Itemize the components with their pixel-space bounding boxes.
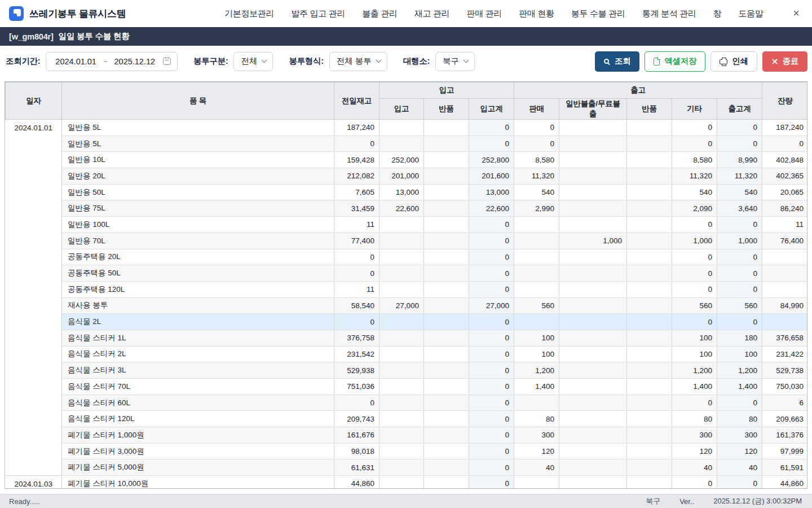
cell-value[interactable]	[379, 427, 424, 444]
cell-value[interactable]	[424, 476, 469, 489]
cell-value[interactable]: 58,540	[334, 297, 379, 314]
cell-date[interactable]	[6, 459, 62, 476]
table-row[interactable]: 공동주택용 50L0000	[6, 265, 808, 282]
cell-value[interactable]	[559, 120, 627, 136]
cell-value[interactable]: 1,200	[717, 362, 762, 379]
cell-value[interactable]: 86,240	[762, 200, 808, 217]
calendar-icon[interactable]	[163, 58, 171, 65]
cell-item[interactable]: 폐기물 스티커 10,000원	[62, 476, 334, 489]
cell-value[interactable]	[424, 459, 469, 476]
cell-value[interactable]: 402,365	[762, 168, 808, 185]
cell-value[interactable]: 44,860	[762, 476, 808, 489]
cell-value[interactable]	[627, 379, 672, 395]
cell-value[interactable]: 76,400	[762, 233, 808, 249]
cell-item[interactable]: 음식물 스티커 60L	[62, 395, 334, 411]
cell-item[interactable]: 음식물 스티커 3L	[62, 362, 334, 379]
cell-value[interactable]	[559, 297, 627, 314]
cell-date[interactable]	[6, 135, 62, 152]
cell-value[interactable]: 187,240	[334, 120, 379, 136]
cell-date[interactable]	[6, 217, 62, 233]
cell-value[interactable]	[424, 217, 469, 233]
cell-value[interactable]: 540	[514, 184, 559, 200]
cell-value[interactable]	[379, 120, 424, 136]
cell-value[interactable]: 540	[717, 184, 762, 200]
cell-value[interactable]: 529,938	[334, 362, 379, 379]
cell-value[interactable]	[379, 362, 424, 379]
cell-value[interactable]: 1,400	[717, 379, 762, 395]
excel-save-button[interactable]: 엑셀저장	[645, 51, 705, 72]
cell-item[interactable]: 공동주택용 120L	[62, 281, 334, 297]
cell-value[interactable]: 540	[672, 184, 717, 200]
cell-value[interactable]: 0	[717, 217, 762, 233]
cell-value[interactable]	[424, 330, 469, 346]
cell-value[interactable]	[379, 249, 424, 265]
cell-item[interactable]: 공동주택용 20L	[62, 249, 334, 265]
cell-value[interactable]: 13,000	[379, 184, 424, 200]
table-row[interactable]: 일반용 50L7,60513,00013,00054054054020,065	[6, 184, 808, 200]
cell-value[interactable]	[514, 395, 559, 411]
cell-date[interactable]	[6, 265, 62, 282]
cell-value[interactable]	[559, 281, 627, 297]
cell-value[interactable]	[514, 233, 559, 249]
cell-value[interactable]	[424, 297, 469, 314]
cell-item[interactable]: 음식물 2L	[62, 314, 334, 330]
cell-item[interactable]: 음식물 스티커 70L	[62, 379, 334, 395]
cell-value[interactable]: 120	[514, 443, 559, 459]
cell-value[interactable]	[627, 249, 672, 265]
cell-value[interactable]	[559, 314, 627, 330]
cell-value[interactable]: 3,640	[717, 200, 762, 217]
cell-date[interactable]	[6, 395, 62, 411]
menu-item-3[interactable]: 불출 관리	[362, 8, 398, 19]
cell-value[interactable]	[559, 184, 627, 200]
cell-value[interactable]: 252,000	[379, 152, 424, 168]
cell-value[interactable]: 402,848	[762, 152, 808, 168]
print-button[interactable]: 인쇄	[710, 51, 757, 72]
cell-item[interactable]: 폐기물 스티커 3,000원	[62, 443, 334, 459]
cell-value[interactable]	[379, 314, 424, 330]
cell-value[interactable]	[379, 395, 424, 411]
table-row[interactable]: 2024.01.01일반용 5L187,2400000187,240	[6, 120, 808, 136]
cell-value[interactable]: 77,400	[334, 233, 379, 249]
cell-value[interactable]	[379, 135, 424, 152]
cell-value[interactable]: 0	[334, 395, 379, 411]
cell-date[interactable]: 2024.01.01	[6, 120, 62, 136]
cell-value[interactable]: 100	[672, 330, 717, 346]
cell-item[interactable]: 일반용 100L	[62, 217, 334, 233]
cell-value[interactable]: 0	[469, 459, 514, 476]
cell-value[interactable]	[559, 168, 627, 185]
cell-value[interactable]	[424, 443, 469, 459]
cell-value[interactable]: 0	[469, 249, 514, 265]
window-close-icon[interactable]: ×	[793, 7, 800, 19]
cell-item[interactable]: 음식물 스티커 2L	[62, 346, 334, 362]
table-row[interactable]: 음식물 스티커 60L00006	[6, 395, 808, 411]
table-row[interactable]: 음식물 스티커 2L231,5420100100100231,422	[6, 346, 808, 362]
cell-value[interactable]	[559, 200, 627, 217]
cell-value[interactable]	[559, 249, 627, 265]
menu-item-9[interactable]: 창	[713, 8, 722, 19]
cell-value[interactable]: 27,000	[379, 297, 424, 314]
cell-value[interactable]	[424, 379, 469, 395]
cell-value[interactable]: 376,658	[762, 330, 808, 346]
cell-value[interactable]: 0	[672, 281, 717, 297]
cell-value[interactable]	[627, 281, 672, 297]
cell-value[interactable]: 0	[717, 314, 762, 330]
cell-value[interactable]	[762, 249, 808, 265]
cell-value[interactable]: 0	[469, 346, 514, 362]
table-row[interactable]: 공동주택용 20L0000	[6, 249, 808, 265]
cell-value[interactable]: 209,663	[762, 411, 808, 427]
table-row[interactable]: 일반용 100L1100011	[6, 217, 808, 233]
cell-value[interactable]: 8,580	[672, 152, 717, 168]
agency-select[interactable]: 북구	[435, 52, 475, 71]
cell-value[interactable]: 180	[717, 330, 762, 346]
menu-item-6[interactable]: 판매 현황	[519, 8, 554, 19]
cell-value[interactable]	[514, 281, 559, 297]
cell-value[interactable]	[559, 459, 627, 476]
cell-date[interactable]	[6, 443, 62, 459]
cell-value[interactable]	[514, 476, 559, 489]
table-row[interactable]: 음식물 스티커 3L529,93801,2001,2001,200529,738	[6, 362, 808, 379]
cell-value[interactable]	[559, 476, 627, 489]
cell-value[interactable]	[559, 330, 627, 346]
cell-value[interactable]: 0	[469, 120, 514, 136]
cell-value[interactable]: 7,605	[334, 184, 379, 200]
cell-item[interactable]: 일반용 5L	[62, 120, 334, 136]
